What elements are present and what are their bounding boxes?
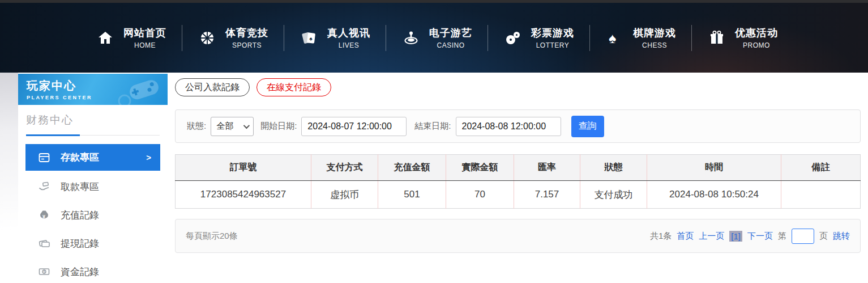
nav-label: 真人视讯 [327, 26, 370, 40]
hand-money-icon [38, 180, 50, 193]
jump-suffix-text: 页 [819, 231, 828, 242]
nav-text: 真人视讯 LIVES [327, 26, 370, 49]
top-nav-inner: 网站首页 HOME 体育竞技 SPORTS [80, 25, 793, 51]
status-select-value: 全部 [216, 121, 233, 132]
nav-item-lives[interactable]: ♠ 真人视讯 LIVES [284, 26, 386, 49]
finance-center-heading: 财務中心 [26, 113, 168, 128]
svg-text:$: $ [43, 270, 45, 274]
cell-order-no: 1723085424963527 [176, 181, 311, 209]
pager-controls: 共1条 首页 上一页 [1] 下一页 第 页 跳转 [650, 229, 850, 244]
jump-prefix-text: 第 [778, 231, 786, 242]
sidebar: 玩家中心 PLAYERS CENTER 财務中心 [18, 73, 168, 283]
roulette-icon [401, 28, 421, 48]
sidebar-item-recharge-records[interactable]: ¥ 充值記錄 [25, 201, 160, 229]
nav-item-promo[interactable]: 优惠活动 PROMO [692, 26, 793, 49]
deposit-card-icon [38, 151, 50, 164]
cell-actual-amount: 70 [446, 181, 514, 209]
column-header-order-no: 訂單號 [176, 155, 311, 181]
section-divider-accent [26, 134, 80, 136]
nav-item-sports[interactable]: 体育竞技 SPORTS [182, 26, 284, 49]
column-header-actual-amount: 實際金額 [446, 155, 514, 181]
nav-item-home[interactable]: 网站首页 HOME [80, 26, 182, 49]
prev-page-link[interactable]: 上一页 [699, 231, 724, 242]
nav-label: 网站首页 [123, 26, 166, 40]
sidebar-item-withdraw-zone[interactable]: 取款專區 [25, 172, 160, 201]
nav-sublabel: CASINO [429, 41, 472, 49]
gift-icon [707, 28, 726, 48]
nav-label: 优惠活动 [735, 26, 778, 40]
search-button[interactable]: 查詢 [571, 116, 604, 137]
sidebar-item-withdrawal-records[interactable]: 提現記錄 [25, 229, 160, 257]
main-content: 公司入款記錄 在線支付記錄 狀態: 全部 開始日期: 結束日期: 查詢 訂單號 [168, 73, 868, 283]
tab-company-deposit-records[interactable]: 公司入款記錄 [175, 78, 250, 96]
top-nav: 网站首页 HOME 体育竞技 SPORTS [0, 3, 868, 73]
status-select[interactable]: 全部 [211, 117, 254, 136]
sidebar-item-label: 資金記錄 [61, 265, 99, 278]
table-header-row: 訂單號 支付方式 充值金額 實際金額 匯率 狀態 時間 備註 [176, 155, 861, 181]
records-table: 訂單號 支付方式 充值金額 實際金額 匯率 狀態 時間 備註 172308542… [175, 154, 861, 209]
next-page-link[interactable]: 下一页 [747, 231, 773, 242]
chevron-right-icon: > [146, 153, 151, 162]
nav-label: 体育竞技 [225, 26, 268, 40]
tab-online-payment-records[interactable]: 在線支付記錄 [256, 78, 331, 96]
sidebar-item-label: 充值記錄 [61, 209, 99, 222]
sidebar-header: 玩家中心 PLAYERS CENTER [18, 74, 168, 105]
table-row: 1723085424963527 虚拟币 501 70 7.157 支付成功 2… [176, 181, 861, 209]
svg-text:¥: ¥ [42, 214, 45, 219]
basketball-icon [198, 28, 217, 48]
column-header-pay-method: 支付方式 [311, 155, 378, 181]
end-date-label: 結束日期: [414, 121, 451, 132]
nav-text: 彩票游戏 LOTTERY [531, 26, 574, 49]
nav-sublabel: HOME [123, 41, 166, 49]
nav-label: 电子游艺 [429, 26, 472, 40]
sidebar-item-funds-records[interactable]: $ 資金記錄 [25, 257, 160, 283]
nav-text: 体育竞技 SPORTS [225, 26, 268, 49]
start-date-input[interactable] [301, 117, 407, 136]
start-date-label: 開始日期: [260, 121, 297, 132]
gamepad-watermark-icon [112, 76, 163, 105]
cell-rate: 7.157 [514, 181, 580, 209]
nav-label: 棋牌游戏 [633, 26, 676, 40]
sidebar-item-label: 存款專區 [61, 151, 99, 164]
nav-item-chess[interactable]: ♠ 棋牌游戏 CHESS [590, 26, 691, 49]
nav-item-casino[interactable]: 电子游艺 CASINO [386, 26, 488, 49]
nav-sublabel: SPORTS [225, 41, 268, 49]
page-size-text: 每頁顯示20條 [186, 231, 238, 242]
nav-item-lottery[interactable]: 彩票游戏 LOTTERY [488, 26, 589, 49]
wallet-cards-icon [38, 237, 50, 250]
home-icon [96, 28, 115, 48]
nav-text: 优惠活动 PROMO [735, 26, 778, 49]
nav-sublabel: LOTTERY [531, 41, 574, 49]
column-header-remark: 備註 [781, 155, 861, 181]
jump-go-link[interactable]: 跳转 [833, 231, 850, 242]
column-header-status: 狀態 [580, 155, 647, 181]
end-date-input[interactable] [456, 117, 561, 136]
spade-icon: ♠ [605, 28, 625, 48]
filter-panel: 狀態: 全部 開始日期: 結束日期: 查詢 [175, 109, 861, 143]
left-gutter [0, 73, 18, 283]
nav-text: 电子游艺 CASINO [429, 26, 472, 49]
cell-pay-method: 虚拟币 [311, 181, 378, 209]
record-tabs: 公司入款記錄 在線支付記錄 [175, 78, 861, 96]
lottery-balls-icon [503, 28, 523, 48]
column-header-time: 時間 [647, 155, 781, 181]
sidebar-item-deposit-zone[interactable]: 存款專區 > [25, 144, 160, 171]
banknote-icon: $ [38, 265, 50, 278]
jump-page-input[interactable] [792, 229, 814, 244]
first-page-link[interactable]: 首页 [677, 231, 694, 242]
nav-sublabel: LIVES [327, 41, 370, 49]
nav-text: 棋牌游戏 CHESS [633, 26, 676, 49]
cell-remark [781, 181, 861, 209]
nav-sublabel: PROMO [735, 41, 778, 49]
svg-text:♠: ♠ [609, 30, 616, 46]
nav-label: 彩票游戏 [531, 26, 574, 40]
status-label: 狀態: [187, 121, 206, 132]
total-count-text: 共1条 [650, 231, 672, 242]
cell-recharge-amount: 501 [378, 181, 446, 209]
sidebar-item-label: 取款專區 [61, 180, 99, 193]
section-divider [26, 134, 160, 136]
playing-cards-icon: ♠ [300, 28, 319, 48]
column-header-rate: 匯率 [514, 155, 580, 181]
cell-time: 2024-08-08 10:50:24 [647, 181, 781, 209]
current-page-indicator: [1] [729, 231, 742, 242]
